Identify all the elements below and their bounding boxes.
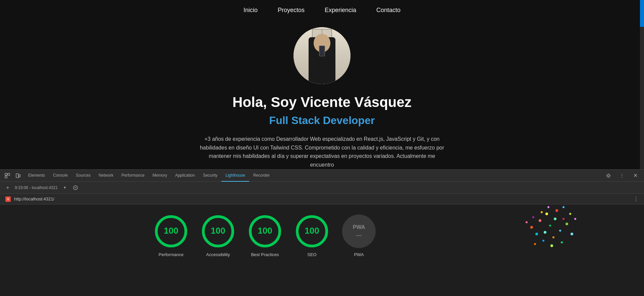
svg-rect-3 [16,174,18,178]
score-seo-label: SEO [307,252,316,257]
pwa-label-text: PWA [353,224,365,230]
hero-title: Full Stack Developer [269,114,375,127]
tab-sources[interactable]: Sources [72,170,95,182]
devtools-right-controls: ⋮ ✕ [604,171,641,180]
svg-point-21 [539,219,541,222]
score-performance-label: Performance [159,252,183,257]
score-pwa-label: PWA [354,252,364,257]
tab-network[interactable]: Network [95,170,117,182]
hero-name: Hola, Soy Vicente Vásquez [232,94,412,110]
devtools-toolbar: + 9:33:06 - localhost:4321 ▼ [0,182,644,194]
nav-inicio[interactable]: Inicio [244,7,258,14]
score-performance: 100 Performance [154,215,188,257]
tab-lighthouse[interactable]: Lighthouse [221,170,249,182]
pwa-value: — [356,232,362,239]
svg-point-43 [544,231,546,234]
tab-elements[interactable]: Elements [24,170,49,182]
svg-point-34 [547,206,549,208]
more-options-icon[interactable]: ⋮ [617,171,627,180]
dropdown-arrow-icon[interactable]: ▼ [61,184,68,191]
score-best-practices: 100 Best Practices [248,215,282,257]
svg-point-26 [552,236,554,238]
close-devtools-icon[interactable]: ✕ [631,171,640,180]
svg-point-27 [566,223,568,225]
tab-recorder[interactable]: Recorder [249,170,274,182]
svg-point-39 [562,206,565,208]
best-practices-circle: 100 [248,215,282,248]
website-preview: Inicio Proyectos Experiencia Contacto [0,0,644,169]
device-toggle-icon[interactable] [13,171,23,180]
tab-application[interactable]: Application [171,170,199,182]
svg-point-30 [542,240,544,242]
scatter-svg [523,200,577,251]
clear-icon[interactable] [72,184,79,191]
scatter-plot [523,200,577,254]
avatar [293,27,351,84]
add-icon[interactable]: + [4,184,11,191]
navigation: Inicio Proyectos Experiencia Contacto [0,0,644,20]
svg-point-5 [607,175,609,177]
svg-point-31 [569,213,571,215]
devtools-panel: Elements Console Sources Network Perform… [0,169,644,194]
site-favicon: V [5,196,11,202]
svg-point-36 [541,211,543,213]
svg-point-33 [561,241,563,243]
seo-circle: 100 [295,215,329,248]
svg-point-25 [535,233,538,235]
svg-point-35 [571,233,573,235]
svg-point-29 [555,209,558,212]
tab-console[interactable]: Console [49,170,72,182]
svg-point-28 [532,216,534,218]
pwa-circle: PWA — [342,215,376,248]
svg-text:100: 100 [164,226,178,236]
nav-proyectos[interactable]: Proyectos [278,7,305,14]
svg-rect-4 [19,175,20,177]
score-best-practices-label: Best Practices [251,252,279,257]
lighthouse-content: V http://localhost:4321/ ⋮ 100 Performan… [0,194,644,296]
toolbar-timestamp: 9:33:06 - localhost:4321 [15,185,58,190]
hero-description: +3 años de experiencia como Desarrollado… [198,135,446,169]
scrollbar[interactable] [640,0,644,169]
svg-point-23 [545,213,548,215]
svg-point-20 [549,225,551,227]
svg-point-42 [526,221,528,223]
tab-security[interactable]: Security [199,170,221,182]
url-menu-icon[interactable]: ⋮ [633,196,639,202]
svg-text:100: 100 [305,226,319,236]
svg-rect-2 [8,173,10,175]
svg-rect-0 [5,173,7,175]
svg-point-40 [550,244,553,247]
svg-point-37 [554,218,556,220]
settings-icon[interactable] [604,171,613,180]
lighthouse-url: http://localhost:4321/ [14,196,54,201]
score-accessibility: 100 Accessibility [201,215,235,257]
svg-point-41 [574,218,576,220]
score-pwa: PWA — PWA [342,215,376,257]
hero-section: Hola, Soy Vicente Vásquez Full Stack Dev… [0,20,644,169]
tab-memory[interactable]: Memory [149,170,171,182]
svg-point-24 [562,218,565,220]
score-accessibility-label: Accessibility [206,252,230,257]
svg-text:100: 100 [258,226,272,236]
svg-point-38 [534,243,536,245]
inspect-element-icon[interactable] [3,171,12,180]
nav-experiencia[interactable]: Experiencia [325,7,356,14]
svg-point-32 [530,226,533,229]
score-seo: 100 SEO [295,215,329,257]
performance-circle: 100 [154,215,188,248]
tab-performance[interactable]: Performance [117,170,149,182]
accessibility-circle: 100 [201,215,235,248]
scrollbar-thumb[interactable] [640,0,644,27]
devtools-tabs-bar: Elements Console Sources Network Perform… [0,170,644,182]
nav-contacto[interactable]: Contacto [376,7,400,14]
svg-point-22 [559,230,561,232]
svg-rect-1 [5,176,7,178]
svg-text:100: 100 [211,226,225,236]
